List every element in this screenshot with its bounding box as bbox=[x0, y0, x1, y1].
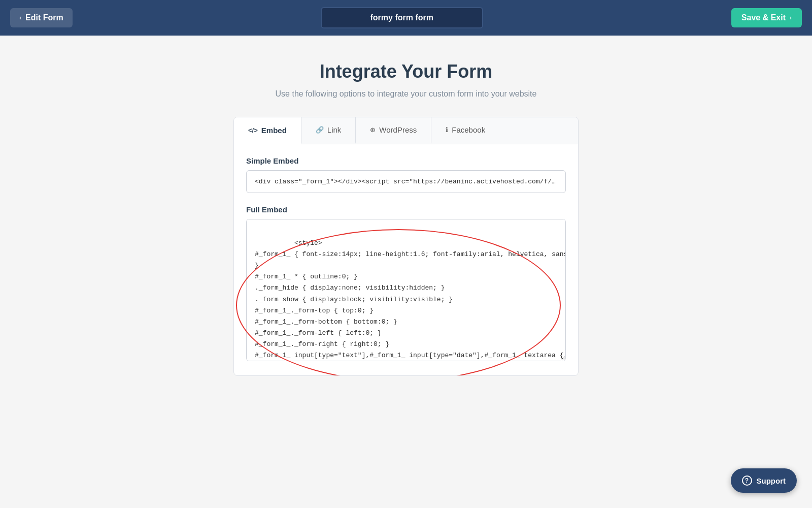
tabs-nav: </> Embed 🔗 Link ⊕ WordPress ℹ Facebook bbox=[234, 117, 578, 144]
tab-facebook[interactable]: ℹ Facebook bbox=[431, 117, 499, 144]
form-title-text: formy form form bbox=[370, 13, 433, 22]
edit-form-button[interactable]: ‹ Edit Form bbox=[10, 8, 73, 27]
save-exit-button[interactable]: Save & Exit › bbox=[731, 8, 802, 27]
tabs-container: </> Embed 🔗 Link ⊕ WordPress ℹ Facebook … bbox=[233, 117, 579, 376]
support-label: Support bbox=[757, 477, 786, 485]
support-button[interactable]: ? Support bbox=[731, 468, 797, 493]
full-embed-wrapper: <style> #_form_1_ { font-size:14px; line… bbox=[246, 219, 566, 361]
embed-icon: </> bbox=[248, 126, 258, 134]
page-title: Integrate Your Form bbox=[233, 61, 579, 82]
edit-form-label: Edit Form bbox=[25, 13, 63, 22]
tab-link[interactable]: 🔗 Link bbox=[301, 117, 356, 144]
tab-wordpress-label: WordPress bbox=[379, 125, 417, 134]
simple-embed-code[interactable]: <div class="_form_1"></div><script src="… bbox=[246, 170, 566, 193]
save-exit-label: Save & Exit bbox=[741, 13, 786, 22]
chevron-right-icon: › bbox=[790, 14, 792, 21]
support-circle-icon: ? bbox=[742, 475, 752, 486]
simple-embed-label: Simple Embed bbox=[246, 156, 566, 165]
tab-link-label: Link bbox=[327, 125, 342, 134]
header-left: ‹ Edit Form bbox=[10, 8, 73, 27]
page-subtitle: Use the following options to integrate y… bbox=[233, 89, 579, 99]
tab-embed[interactable]: </> Embed bbox=[234, 117, 301, 144]
tab-embed-label: Embed bbox=[261, 126, 287, 135]
facebook-icon: ℹ bbox=[446, 126, 448, 134]
link-icon: 🔗 bbox=[316, 126, 324, 134]
full-embed-label: Full Embed bbox=[246, 205, 566, 214]
tab-facebook-label: Facebook bbox=[452, 125, 485, 134]
wordpress-icon: ⊕ bbox=[370, 126, 376, 134]
form-title-display: formy form form bbox=[321, 7, 483, 28]
full-embed-code[interactable]: <style> #_form_1_ { font-size:14px; line… bbox=[246, 219, 566, 361]
tab-content-embed: Simple Embed <div class="_form_1"></div>… bbox=[234, 144, 578, 375]
main-content: Integrate Your Form Use the following op… bbox=[223, 36, 589, 406]
simple-embed-code-text: <div class="_form_1"></div><script src="… bbox=[255, 178, 566, 185]
tab-wordpress[interactable]: ⊕ WordPress bbox=[356, 117, 431, 144]
header: ‹ Edit Form formy form form Save & Exit … bbox=[0, 0, 812, 36]
chevron-left-icon: ‹ bbox=[19, 14, 21, 21]
full-embed-code-text: <style> #_form_1_ { font-size:14px; line… bbox=[255, 239, 566, 361]
